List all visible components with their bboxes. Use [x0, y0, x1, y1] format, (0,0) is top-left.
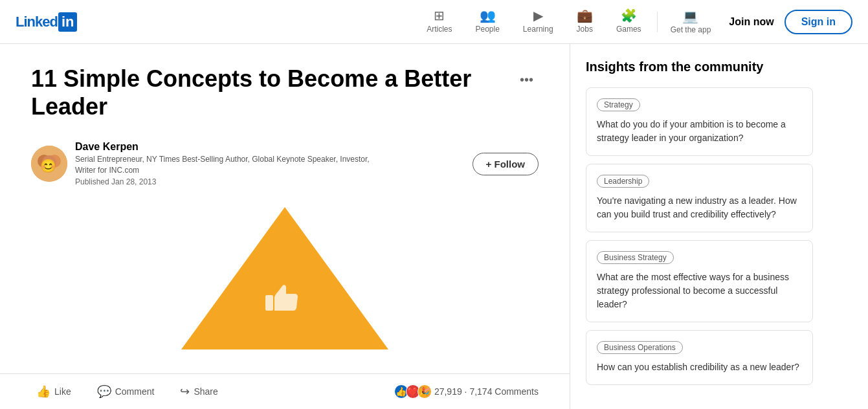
nav-label-people: People	[475, 25, 499, 34]
svg-marker-5	[181, 207, 388, 349]
author-date: Published Jan 28, 2013	[75, 177, 465, 186]
insight-card-0[interactable]: Strategy What do you do if your ambition…	[586, 87, 813, 156]
nav-item-jobs[interactable]: 💼 Jobs	[566, 4, 603, 40]
article-hero-image	[181, 207, 388, 349]
jobs-icon: 💼	[577, 9, 593, 22]
games-icon: 🧩	[621, 9, 637, 22]
reaction-celebrate: 🎉	[417, 384, 432, 399]
nav-item-people[interactable]: 👥 People	[465, 4, 509, 40]
insight-card-1[interactable]: Leadership You're navigating a new indus…	[586, 164, 813, 232]
main-nav: ⊞ Articles 👥 People ▶ Learning 💼 Jobs 🧩 …	[416, 4, 651, 40]
bottom-action-bar: 👍 Like 💬 Comment ↪ Share 👍 ❤️ 🎉 27,919 ·…	[0, 373, 570, 409]
follow-button[interactable]: + Follow	[473, 153, 539, 175]
article-area: ••• 11 Simple Concepts to Become a Bette…	[0, 44, 570, 409]
share-icon: ↪	[180, 384, 190, 399]
author-name: Dave Kerpen	[75, 141, 465, 153]
header: Linked in ⊞ Articles 👥 People ▶ Learning…	[0, 0, 868, 44]
like-button[interactable]: 👍 Like	[31, 382, 76, 401]
share-label: Share	[194, 386, 217, 397]
comment-icon: 💬	[97, 384, 111, 399]
linkedin-logo[interactable]: Linked in	[16, 12, 77, 32]
insight-tag-3: Business Operations	[597, 341, 683, 354]
get-app-icon: 💻	[682, 10, 698, 23]
insight-tag-0: Strategy	[597, 98, 640, 111]
like-label: Like	[54, 386, 71, 397]
insight-text-2: What are the most effective ways for a b…	[597, 271, 802, 311]
get-app-label: Get the app	[671, 25, 711, 34]
share-button[interactable]: ↪ Share	[175, 382, 223, 401]
insight-text-0: What do you do if your ambition is to be…	[597, 118, 802, 145]
learning-icon: ▶	[533, 9, 543, 22]
nav-label-learning: Learning	[523, 25, 553, 34]
author-info: Dave Kerpen Serial Entrepreneur, NY Time…	[75, 141, 465, 186]
like-icon: 👍	[36, 384, 50, 399]
nav-item-learning[interactable]: ▶ Learning	[513, 4, 564, 40]
people-icon: 👥	[480, 9, 496, 22]
reaction-area: 👍 ❤️ 🎉 27,919 · 7,174 Comments	[397, 384, 539, 399]
comment-label: Comment	[115, 386, 155, 397]
svg-rect-6	[265, 295, 273, 311]
nav-item-articles[interactable]: ⊞ Articles	[416, 4, 462, 40]
logo-box: in	[58, 12, 78, 32]
nav-label-games: Games	[616, 25, 641, 34]
insight-card-3[interactable]: Business Operations How can you establis…	[586, 330, 813, 385]
nav-item-games[interactable]: 🧩 Games	[606, 4, 652, 40]
sign-in-button[interactable]: Sign in	[785, 10, 852, 34]
avatar: 😊	[31, 146, 67, 182]
nav-label-jobs: Jobs	[577, 25, 593, 34]
sidebar-title: Insights from the community	[586, 60, 813, 74]
author-bio: Serial Entrepreneur, NY Times Best-Selli…	[75, 154, 386, 176]
get-app-button[interactable]: 💻 Get the app	[663, 5, 719, 39]
insight-tag-1: Leadership	[597, 175, 649, 188]
reactions-count: 27,919 · 7,174 Comments	[434, 386, 539, 397]
article-more-button[interactable]: •••	[515, 70, 539, 90]
insight-card-2[interactable]: Business Strategy What are the most effe…	[586, 240, 813, 322]
sidebar: Insights from the community Strategy Wha…	[570, 44, 829, 409]
logo-text: Linked	[16, 14, 58, 30]
nav-label-articles: Articles	[427, 25, 452, 34]
insight-text-3: How can you establish credibility as a n…	[597, 360, 802, 374]
insight-tag-2: Business Strategy	[597, 251, 674, 264]
svg-text:😊: 😊	[40, 158, 56, 173]
comment-button[interactable]: 💬 Comment	[92, 382, 160, 401]
main-content: ••• 11 Simple Concepts to Become a Bette…	[0, 44, 868, 409]
article-title: 11 Simple Concepts to Become a Better Le…	[31, 65, 497, 120]
reaction-emojis: 👍 ❤️ 🎉	[397, 384, 432, 399]
insight-text-1: You're navigating a new industry as a le…	[597, 194, 802, 221]
article-image	[31, 207, 539, 349]
author-section: 😊 Dave Kerpen Serial Entrepreneur, NY Ti…	[31, 141, 539, 186]
join-now-button[interactable]: Join now	[718, 11, 784, 33]
articles-icon: ⊞	[434, 9, 445, 22]
header-divider	[657, 12, 658, 32]
logo-area: Linked in	[16, 12, 77, 32]
